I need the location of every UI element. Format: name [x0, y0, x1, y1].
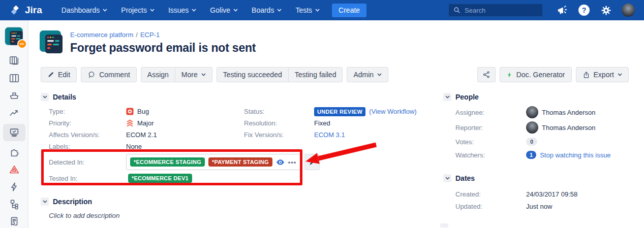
fix-version-link[interactable]: ECOM 3.1: [314, 131, 345, 139]
create-button[interactable]: Create: [332, 4, 366, 17]
reporter-value: Thomas Anderson: [526, 121, 596, 134]
jira-logo[interactable]: Jira: [10, 5, 42, 16]
priority-label: Priority:: [49, 119, 126, 127]
search-icon: [453, 7, 461, 14]
nav-projects[interactable]: Projects: [121, 6, 155, 14]
detected-in-field[interactable]: *ECOMMERCE STAGING *PAYMENT STAGING •••: [126, 154, 300, 170]
project-avatar[interactable]: <>: [5, 27, 24, 46]
help-icon[interactable]: ?: [578, 4, 590, 16]
chevron-down-icon: [377, 73, 382, 76]
dates-section-header: Dates: [443, 174, 642, 183]
assignee-name[interactable]: Thomas Anderson: [542, 109, 596, 116]
field-row-reporter: Reporter: Thomas Anderson: [455, 120, 642, 135]
detected-in-label: Detected In:: [49, 158, 126, 166]
search-input[interactable]: [465, 7, 538, 14]
tested-in-label: Tested In:: [49, 175, 126, 182]
sidebar-item-backlog-icon[interactable]: [5, 55, 23, 67]
reporter-avatar: [526, 121, 538, 134]
doc-generator-button[interactable]: Doc. Generator: [500, 67, 572, 82]
type-value: Bug: [126, 108, 149, 115]
left-column: Details Type: Bug Priority:: [41, 92, 432, 219]
sidebar-item-board-icon[interactable]: [5, 72, 23, 84]
announcements-icon[interactable]: [556, 4, 568, 16]
testing-succeeded-button[interactable]: Testing succeeded: [217, 67, 289, 82]
sidebar-item-addons-icon[interactable]: [5, 146, 23, 158]
chevron-down-icon: [192, 9, 196, 12]
field-row-tested-in: Tested In: *ECOMMERCE DEV1: [49, 172, 432, 185]
chevron-down-icon: [201, 73, 206, 76]
issue-content: Details Type: Bug Priority:: [28, 91, 644, 228]
status-badge: UNDER REVIEW: [314, 107, 365, 116]
updated-label: Updated:: [455, 203, 526, 210]
votes-label: Votes:: [455, 138, 526, 146]
assign-button[interactable]: Assign: [141, 67, 175, 82]
type-label: Type:: [49, 108, 126, 115]
overflow-ellipsis[interactable]: •••: [288, 158, 297, 166]
sidebar-item-tests-icon[interactable]: [3, 124, 25, 141]
testing-failed-button[interactable]: Testing failed: [289, 67, 343, 82]
jira-logo-icon: [10, 5, 21, 16]
description-section: Description Click to add description: [41, 197, 432, 219]
share-button[interactable]: [477, 67, 496, 82]
edit-button[interactable]: Edit: [41, 67, 77, 82]
reporter-name[interactable]: Thomas Anderson: [542, 124, 596, 132]
admin-button[interactable]: Admin: [347, 67, 388, 82]
nav-dashboards[interactable]: Dashboards: [62, 6, 108, 14]
comment-icon: [87, 71, 96, 79]
user-avatar[interactable]: [622, 4, 635, 17]
field-row-votes: Votes: 0: [455, 135, 642, 148]
edit-detected-in-button[interactable]: [304, 154, 320, 170]
description-placeholder[interactable]: Click to add description: [49, 212, 432, 219]
sidebar-item-structure-icon[interactable]: [5, 198, 23, 210]
chevron-down-icon: [150, 9, 155, 12]
fix-version-label: Fix Version/s:: [244, 131, 314, 139]
assignee-value: Thomas Anderson: [526, 106, 596, 118]
sidebar-item-incidents-icon[interactable]: [5, 164, 23, 176]
resolution-label: Resolution:: [244, 119, 314, 127]
issue-project-avatar: [39, 30, 64, 54]
nav-tests[interactable]: Tests: [295, 6, 320, 14]
issue-toolbar: Edit Comment Assign More Testing succeed…: [41, 67, 629, 82]
chevron-down-icon: [618, 73, 622, 76]
sidebar-items: [3, 55, 25, 227]
field-row-assignee: Assignee: Thomas Anderson: [455, 105, 642, 120]
breadcrumb-issue-key-link[interactable]: ECP-1: [140, 31, 160, 39]
chevron-down-icon: [315, 9, 320, 12]
bug-icon: [126, 108, 134, 115]
search-box[interactable]: [448, 4, 543, 17]
collapse-next-section-button[interactable]: [440, 223, 448, 227]
field-row-status: Status: UNDER REVIEW (View Workflow): [244, 106, 427, 117]
environment-badge[interactable]: *ECOMMERCE STAGING: [130, 157, 205, 167]
nav-golive[interactable]: Golive: [210, 6, 238, 14]
environment-badge[interactable]: *PAYMENT STAGING: [208, 157, 272, 167]
sidebar-item-releases-icon[interactable]: [5, 89, 23, 102]
watchers-label: Watchers:: [455, 151, 526, 159]
collapse-description-button[interactable]: [41, 198, 49, 206]
collapse-people-button[interactable]: [443, 93, 451, 101]
collapse-details-button[interactable]: [41, 93, 49, 101]
environment-badge[interactable]: *ECOMMERCE DEV1: [128, 174, 192, 183]
priority-major-icon: [126, 119, 134, 127]
stop-watching-link[interactable]: Stop watching this issue: [540, 151, 610, 159]
sidebar-item-checklist-icon[interactable]: [5, 215, 23, 227]
collapse-dates-button[interactable]: [443, 174, 451, 182]
breadcrumb-project-link[interactable]: E-commerce platform: [70, 31, 133, 39]
chevron-down-icon: [103, 9, 107, 12]
field-row-detected-in: Detected In: *ECOMMERCE STAGING *PAYMENT…: [49, 153, 432, 171]
field-row-fix-version: Fix Version/s: ECOM 3.1: [244, 129, 427, 141]
more-button[interactable]: More: [175, 67, 212, 82]
people-rows: Assignee: Thomas Anderson Reporter: Thom…: [443, 105, 642, 161]
status-value: UNDER REVIEW (View Workflow): [314, 107, 417, 116]
sidebar-item-automation-icon[interactable]: [5, 181, 23, 193]
top-navbar: Jira Dashboards Projects Issues Golive B…: [0, 0, 644, 20]
sidebar-item-reports-icon[interactable]: [5, 107, 23, 119]
view-workflow-link[interactable]: (View Workflow): [369, 108, 416, 115]
nav-issues[interactable]: Issues: [168, 6, 196, 14]
eye-icon[interactable]: [276, 159, 285, 166]
settings-gear-icon[interactable]: [600, 4, 612, 16]
dates-heading: Dates: [455, 174, 475, 182]
comment-button[interactable]: Comment: [81, 67, 137, 82]
export-button[interactable]: Export: [576, 67, 629, 82]
nav-boards[interactable]: Boards: [252, 6, 282, 14]
fix-version-value: ECOM 3.1: [314, 131, 345, 139]
